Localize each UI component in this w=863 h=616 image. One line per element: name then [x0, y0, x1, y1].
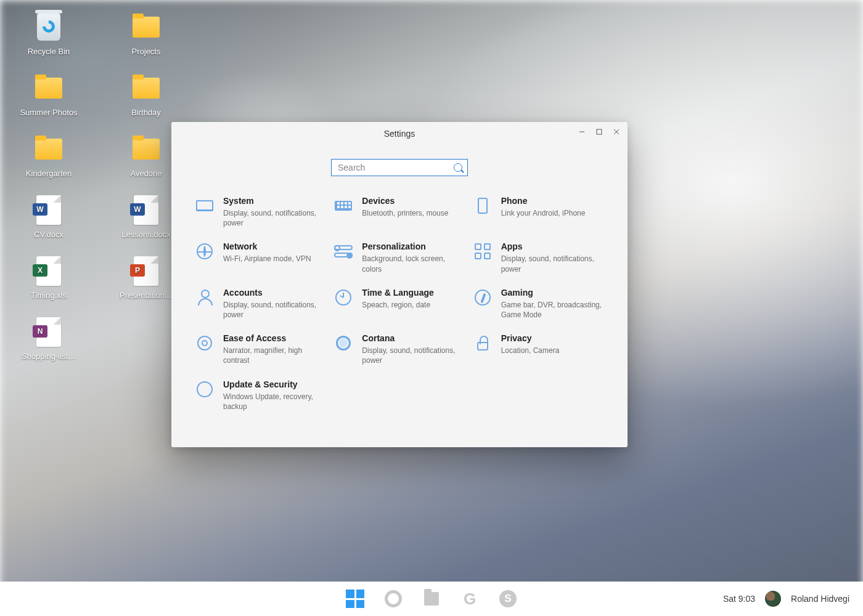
icon-label: Timing.xls [31, 291, 67, 300]
clock[interactable]: Sat 9:03 [723, 594, 755, 604]
category-desc: Bluetooth, printers, mouse [362, 208, 448, 218]
search-input[interactable] [337, 162, 450, 173]
word-icon: W [129, 195, 163, 225]
category-title: System [223, 196, 326, 206]
category-phone[interactable]: Phone Link your Android, iPhone [473, 196, 604, 228]
accounts-icon [195, 288, 215, 307]
update-icon [195, 379, 215, 399]
start-button[interactable] [345, 589, 365, 609]
icon-label: Birthday [131, 108, 161, 117]
category-apps[interactable]: Apps Display, sound, notifications, powe… [473, 241, 604, 274]
folder-icon [32, 134, 65, 164]
category-update[interactable]: Update & Security Windows Update, recove… [195, 379, 326, 411]
privacy-icon [473, 333, 493, 353]
icon-label: Summer Photos [20, 108, 77, 117]
onenote-icon: N [32, 317, 65, 347]
user-name[interactable]: Roland Hidvegi [791, 594, 849, 604]
icon-label: Lessons.docx [121, 230, 171, 239]
category-time[interactable]: Time & Language Speach, region, date [333, 288, 465, 320]
window-controls [573, 124, 625, 139]
taskbar-center: G S [345, 589, 518, 609]
minimize-button[interactable] [573, 124, 591, 139]
icon-label: CV.docx [34, 230, 63, 239]
excel-icon: X [32, 256, 65, 286]
icon-label: Avedone [130, 169, 162, 178]
phone-icon [473, 196, 493, 216]
icon-label: Kindergarten [26, 169, 72, 178]
icon-label: Shopping-list… [22, 352, 76, 361]
category-desc: Game bar, DVR, broadcasting, Game Mode [501, 300, 604, 320]
category-desc: Narrator, magnifier, high contrast [223, 346, 326, 365]
category-ease[interactable]: Ease of Access Narrator, magnifier, high… [195, 333, 326, 365]
category-privacy[interactable]: Privacy Location, Camera [473, 333, 604, 365]
category-desc: Display, sound, notifications, power [223, 300, 326, 320]
desktop-icon-folder[interactable]: Birthday [110, 73, 182, 117]
close-button[interactable] [608, 124, 625, 139]
category-desc: Speach, region, date [362, 300, 433, 310]
category-accounts[interactable]: Accounts Display, sound, notifications, … [195, 288, 326, 320]
gaming-icon [473, 288, 493, 307]
taskbar-right: Sat 9:03 Roland Hidvegi [723, 591, 849, 607]
category-title: Gaming [501, 288, 604, 298]
desktop-icon-folder[interactable]: Kindergarten [12, 134, 85, 178]
desktop-icon-folder[interactable]: Projects [110, 12, 182, 56]
desktop-icon-excel[interactable]: X Timing.xls [12, 256, 85, 300]
devices-icon [333, 196, 353, 216]
network-icon [195, 241, 215, 261]
category-desc: Display, sound, notifications, power [362, 346, 465, 365]
category-title: Devices [362, 196, 448, 206]
category-system[interactable]: System Display, sound, notifications, po… [195, 196, 326, 228]
desktop-icon-onenote[interactable]: N Shopping-list… [12, 317, 85, 361]
category-title: Phone [501, 196, 586, 206]
category-desc: Link your Android, iPhone [501, 208, 586, 218]
category-cortana[interactable]: Cortana Display, sound, notifications, p… [333, 333, 465, 365]
search-icon [454, 163, 462, 172]
category-desc: Display, sound, notifications, power [501, 254, 604, 274]
folder-icon [129, 73, 163, 103]
folder-icon [129, 12, 163, 42]
skype-icon[interactable]: S [498, 589, 518, 609]
category-desc: Display, sound, notifications, power [223, 208, 326, 228]
word-icon: W [32, 195, 65, 225]
folder-icon [129, 134, 163, 164]
ease-icon [195, 333, 215, 353]
category-title: Cortana [362, 333, 465, 343]
taskbar: G S Sat 9:03 Roland Hidvegi [0, 582, 863, 616]
desktop: Recycle Bin Summer Photos KindergartenW … [12, 12, 182, 361]
search-box[interactable] [331, 159, 468, 176]
category-desc: Background, lock screen, colors [362, 254, 465, 274]
category-personalization[interactable]: Personalization Background, lock screen,… [333, 241, 465, 274]
category-title: Privacy [501, 333, 560, 343]
user-avatar[interactable] [765, 591, 781, 607]
desktop-icon-bin[interactable]: Recycle Bin [12, 12, 85, 56]
edge-icon[interactable] [383, 589, 403, 609]
personalization-icon [333, 241, 353, 261]
window-title: Settings [384, 129, 415, 139]
settings-window: Settings System Display, sound, notifica… [171, 122, 628, 447]
desktop-icon-word[interactable]: W CV.docx [12, 195, 85, 239]
category-title: Apps [501, 241, 604, 251]
apps-icon [473, 241, 493, 261]
category-gaming[interactable]: Gaming Game bar, DVR, broadcasting, Game… [473, 288, 604, 320]
category-devices[interactable]: Devices Bluetooth, printers, mouse [333, 196, 465, 228]
svg-rect-1 [597, 129, 602, 134]
system-icon [195, 196, 215, 216]
category-title: Update & Security [223, 379, 326, 389]
category-title: Time & Language [362, 288, 433, 298]
category-title: Network [223, 241, 311, 251]
cortana-icon [333, 333, 353, 353]
category-desc: Windows Update, recovery, backup [223, 392, 326, 411]
category-desc: Location, Camera [501, 346, 560, 355]
bin-icon [32, 12, 65, 42]
file-explorer-icon[interactable] [422, 589, 441, 609]
settings-categories: System Display, sound, notifications, po… [171, 176, 628, 429]
category-network[interactable]: Network Wi-Fi, Airplane mode, VPN [195, 241, 326, 274]
category-desc: Wi-Fi, Airplane mode, VPN [223, 254, 311, 264]
icon-label: Projects [132, 47, 161, 56]
time-icon [333, 288, 353, 307]
desktop-icon-folder[interactable]: Summer Photos [12, 73, 85, 117]
category-title: Accounts [223, 288, 326, 298]
maximize-button[interactable] [591, 124, 608, 139]
google-icon[interactable]: G [460, 589, 480, 609]
icon-label: Recycle Bin [28, 47, 70, 56]
